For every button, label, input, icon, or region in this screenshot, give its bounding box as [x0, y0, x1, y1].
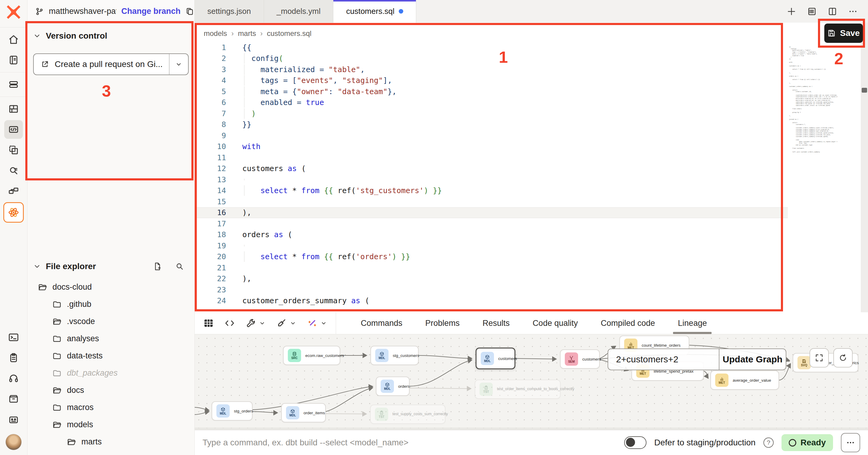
- tab-_models.yml[interactable]: _models.yml: [264, 0, 334, 23]
- dashboard-icon[interactable]: [4, 99, 23, 118]
- split-editor-icon[interactable]: [828, 7, 837, 16]
- dbt-logo-icon[interactable]: [4, 3, 23, 21]
- code-line-16[interactable]: 16),: [195, 207, 788, 219]
- refresh-graph-button[interactable]: [833, 348, 852, 368]
- code-line-8[interactable]: 8}}: [195, 119, 788, 130]
- terminal-icon[interactable]: [4, 328, 23, 347]
- copy-branch-icon[interactable]: [185, 7, 194, 16]
- chevron-down-icon[interactable]: [320, 319, 327, 327]
- new-tab-icon[interactable]: [786, 7, 796, 16]
- compare-icon[interactable]: [4, 182, 23, 200]
- copilot-atom-icon[interactable]: [3, 202, 24, 223]
- code-line-23[interactable]: 23: [195, 284, 788, 295]
- breadcrumb-item[interactable]: models: [204, 29, 227, 38]
- file-tree-item-models[interactable]: models: [27, 416, 194, 433]
- lineage-node-average_order_value[interactable]: METaverage_order_value: [710, 371, 779, 390]
- lineage-node-order_items[interactable]: MDLorder_items: [281, 403, 326, 422]
- file-tree-item-docs-cloud[interactable]: docs-cloud: [27, 279, 194, 296]
- new-file-icon[interactable]: [153, 262, 162, 271]
- environments-icon[interactable]: [4, 75, 23, 94]
- lineage-graph[interactable]: SRCecom.raw_customersMDLstg_customersMDL…: [195, 334, 868, 430]
- code-line-4[interactable]: 4 tags = ["events", "staging"],: [195, 75, 788, 86]
- lineage-node-stg_customers[interactable]: MDLstg_customers: [370, 346, 418, 365]
- version-control-header[interactable]: Version control: [27, 23, 194, 41]
- lineage-node-customers[interactable]: SEMcustomers: [560, 349, 600, 369]
- code-line-17[interactable]: 17: [195, 218, 788, 229]
- tab-customers.sql[interactable]: customers.sql: [333, 0, 416, 23]
- lineage-search-input[interactable]: 2+customers+2: [608, 349, 719, 370]
- branch-name[interactable]: matthewshaver-patc: [49, 7, 116, 16]
- breadcrumb-item[interactable]: marts: [238, 29, 256, 38]
- file-tree-item-dbt_packages[interactable]: dbt_packages: [27, 365, 194, 382]
- update-graph-button[interactable]: Update Graph: [719, 349, 786, 370]
- copy-workspace-icon[interactable]: [4, 141, 23, 159]
- file-tree-item-marts[interactable]: marts: [27, 433, 194, 451]
- support-headset-icon[interactable]: [4, 369, 23, 388]
- lineage-node-stg_orders[interactable]: MDLstg_orders: [212, 401, 253, 421]
- archive-icon[interactable]: [4, 390, 23, 408]
- more-menu-icon[interactable]: [848, 7, 858, 16]
- code-line-22[interactable]: 22),: [195, 273, 788, 285]
- help-icon[interactable]: ?: [764, 437, 774, 448]
- file-tree-item-docs[interactable]: docs: [27, 382, 194, 399]
- code-line-2[interactable]: 2 config(: [195, 53, 788, 64]
- code-line-9[interactable]: 9: [195, 130, 788, 141]
- create-pr-button[interactable]: Create a pull request on Gi...: [33, 53, 189, 75]
- lineage-node-test_order_items_compute_to_bools_correctly[interactable]: TSTtest_order_items_compute_to_bools_cor…: [475, 379, 561, 399]
- chevron-down-icon[interactable]: [258, 319, 266, 327]
- file-tree-item-macros[interactable]: macros: [27, 399, 194, 416]
- lineage-node-customers[interactable]: MDLcustomers: [475, 348, 516, 369]
- breadcrumb-item[interactable]: customers.sql: [267, 29, 311, 38]
- chevron-down-icon[interactable]: [33, 262, 41, 271]
- clipboard-icon[interactable]: [4, 348, 23, 367]
- code-line-1[interactable]: 1{{: [195, 42, 788, 53]
- create-pr-main[interactable]: Create a pull request on Gi...: [34, 54, 169, 75]
- code-line-24[interactable]: 24customer_orders_summary as (: [195, 295, 788, 307]
- file-tree-item-data-tests[interactable]: data-tests: [27, 347, 194, 365]
- bottom-tab-results[interactable]: Results: [471, 312, 521, 334]
- user-avatar[interactable]: [5, 434, 22, 450]
- code-line-7[interactable]: 7 ): [195, 108, 788, 119]
- lineage-node-ecom.raw_customers[interactable]: SRCecom.raw_customers: [283, 346, 340, 365]
- bottom-tab-lineage[interactable]: Lineage: [666, 312, 718, 334]
- tab-settings.json[interactable]: settings.json: [195, 0, 264, 23]
- build-wrench-icon[interactable]: [245, 318, 256, 329]
- code-line-21[interactable]: 21: [195, 262, 788, 273]
- lineage-node-orders[interactable]: MDLorders: [376, 376, 410, 396]
- bottom-tab-problems[interactable]: Problems: [414, 312, 471, 334]
- editor-scrollbar[interactable]: [861, 23, 868, 312]
- code-line-13[interactable]: 13: [195, 174, 788, 185]
- compile-code-icon[interactable]: [224, 318, 235, 329]
- code-line-10[interactable]: 10with: [195, 141, 788, 152]
- scrollbar-thumb[interactable]: [862, 88, 867, 93]
- preview-table-icon[interactable]: [203, 318, 214, 329]
- chevron-down-icon[interactable]: [289, 319, 297, 327]
- code-line-19[interactable]: 19: [195, 240, 788, 251]
- file-tree-item-.vscode[interactable]: .vscode: [27, 313, 194, 330]
- robot-icon[interactable]: [4, 410, 23, 429]
- code-line-6[interactable]: 6 enabled = true: [195, 97, 788, 108]
- ai-fix-wand-icon[interactable]: [307, 318, 318, 329]
- code-line-3[interactable]: 3 materialized = "table",: [195, 64, 788, 75]
- bottom-tab-compiled-code[interactable]: Compiled code: [589, 312, 666, 334]
- code-line-12[interactable]: 12customers as (: [195, 163, 788, 174]
- home-icon[interactable]: [4, 30, 23, 49]
- query-search-icon[interactable]: [4, 161, 23, 180]
- code-line-11[interactable]: 11: [195, 152, 788, 163]
- status-badge[interactable]: Ready: [781, 434, 833, 451]
- file-tree-item-analyses[interactable]: analyses: [27, 330, 194, 347]
- changed-files-icon[interactable]: [807, 7, 817, 16]
- pr-dropdown-caret[interactable]: [169, 54, 188, 75]
- lineage-node-test_supply_costs_sum_correctly[interactable]: TSTtest_supply_costs_sum_correctly: [370, 405, 445, 424]
- fullscreen-button[interactable]: [809, 348, 829, 368]
- code-editor-icon[interactable]: [4, 120, 23, 139]
- bottom-tab-code-quality[interactable]: Code quality: [521, 312, 589, 334]
- defer-toggle[interactable]: [624, 436, 647, 449]
- file-tree-item-.github[interactable]: .github: [27, 296, 194, 313]
- bottom-tab-commands[interactable]: Commands: [349, 312, 414, 334]
- code-line-18[interactable]: 18orders as (: [195, 229, 788, 240]
- command-input[interactable]: Type a command, ex. dbt build --select <…: [195, 438, 408, 448]
- code-line-14[interactable]: 14 select * from {{ ref('stg_customers')…: [195, 185, 788, 196]
- notebook-icon[interactable]: [4, 51, 23, 69]
- save-button[interactable]: Save: [824, 24, 863, 43]
